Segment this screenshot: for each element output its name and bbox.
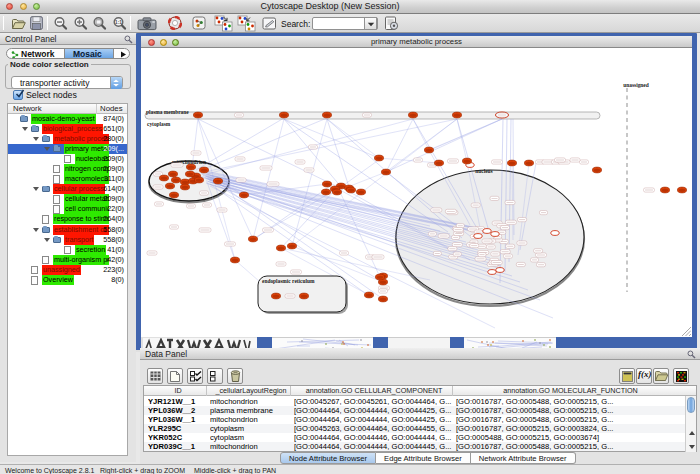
svg-text:1:1: 1:1 bbox=[115, 19, 123, 25]
svg-text:cytoplasm: cytoplasm bbox=[147, 121, 171, 127]
svg-text:unassigned: unassigned bbox=[623, 82, 648, 88]
svg-text:endoplasmic reticulum: endoplasmic reticulum bbox=[262, 278, 315, 284]
svg-text:nucleus: nucleus bbox=[475, 168, 492, 174]
svg-text:plasma membrane: plasma membrane bbox=[146, 109, 189, 115]
